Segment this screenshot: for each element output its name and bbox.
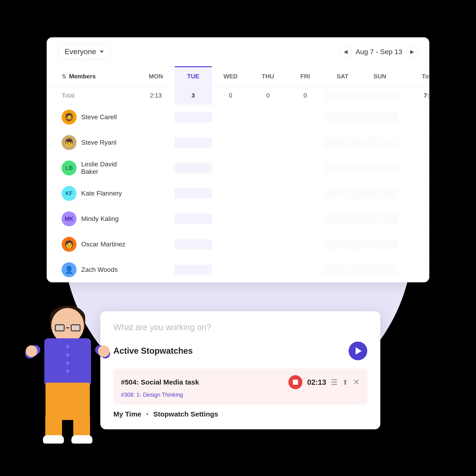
stop-button[interactable] [289,375,302,389]
table-row: 👦 Steve Ryanl 0 [47,130,429,155]
task-note-icon[interactable]: ☰ [331,378,338,387]
glass-lens-left [55,324,65,331]
sr-thu [249,137,287,148]
my-time-link[interactable]: My Time [113,410,141,418]
mk-fri [287,214,324,224]
member-cell-leslie: LB Leslie David Baker [58,155,137,181]
member-name-steve-carell: Steve Carell [81,113,117,121]
stopwatch-settings-link[interactable]: Stopwatch Settings [153,410,218,418]
table-row: 👤 Zach Woods [47,257,429,282]
avatar-oscar: 🧑 [62,237,77,252]
om-mon [137,239,174,249]
scene: Everyone ◀ Aug 7 - Sep 13 ▶ ⇅ Members [0,0,476,476]
active-stopwatches-title: Active Stopwatches [113,346,193,356]
col-header-mon: MON [137,66,174,86]
shirt-button-3 [66,362,69,364]
col-header-sun: SUN [361,66,399,86]
character-hand-left [26,345,37,357]
sort-icon[interactable]: ⇅ [62,73,66,80]
sc-total: 0 [399,108,429,126]
zw-sun [361,265,399,275]
lb-sun [361,163,399,173]
member-name-mindy: Mindy Kaling [81,215,119,222]
lb-mon [137,163,174,173]
sc-fri [287,112,324,122]
next-date-button[interactable]: ▶ [406,46,418,58]
member-name-oscar: Oscar Martinez [81,240,126,248]
col-header-total: Total [399,66,429,86]
zw-fri [287,265,324,275]
mk-total [399,214,429,224]
stopwatch-footer: My Time • Stopwatch Settings [113,410,367,418]
kf-sat [324,188,361,199]
glass-lens-right [71,324,81,331]
om-thu [249,239,287,249]
om-tue [174,239,212,249]
shirt-button-1 [66,345,69,348]
kf-tue [174,188,212,199]
col-header-sat: SAT [324,66,361,86]
task-close-button[interactable]: ✕ [353,377,360,387]
avatar-steve-ryanl: 👦 [62,135,77,150]
sc-tue [174,112,212,122]
zw-total [399,265,429,275]
member-name-zach: Zach Woods [81,266,118,273]
member-cell-mindy: MK Mindy Kaling [58,206,137,231]
everyone-label: Everyone [65,47,96,56]
top-bar: Everyone ◀ Aug 7 - Sep 13 ▶ [47,37,429,66]
member-cell-oscar: 🧑 Oscar Martinez [58,232,137,257]
active-stopwatches-header: Active Stopwatches [113,341,367,360]
total-total: 7:58 [399,87,429,104]
sc-thu [249,112,287,122]
glass-bridge [66,327,69,328]
zw-mon [137,265,174,275]
date-range-text: Aug 7 - Sep 13 [356,48,402,56]
zw-tue [174,265,212,275]
col-header-wed: WED [212,66,249,86]
member-name-steve-ryanl: Steve Ryanl [81,139,117,146]
total-fri: 0 [287,87,324,104]
everyone-selector[interactable]: Everyone [58,44,110,60]
om-sat [324,239,361,249]
kf-sun [361,188,399,199]
next-arrow-icon: ▶ [410,49,414,55]
lb-sat [324,163,361,173]
kf-thu [249,188,287,199]
mk-tue [174,214,212,224]
character-shoe-left [43,435,64,443]
date-range: ◀ Aug 7 - Sep 13 ▶ [340,46,418,58]
sr-sat [324,137,361,148]
kf-wed [212,188,249,199]
total-mon: 2:13 [137,87,174,104]
avatar-kate: KF [62,186,77,201]
total-row: Total 2:13 3 0 0 0 7:58 [47,87,429,104]
task-share-icon[interactable]: ⬆ [342,378,348,386]
task-row: #504: Social Media task 02:13 ☰ ⬆ ✕ #308… [113,369,367,405]
avatar-zach: 👤 [62,262,77,277]
sr-tue [174,137,212,148]
zw-sat [324,265,361,275]
col-header-members: ⇅ Members [58,66,137,86]
kf-fri [287,188,324,199]
mk-thu [249,214,287,224]
play-button[interactable] [349,341,367,360]
task-sub: #308: 1- Design Thinking [121,391,360,398]
kf-total: 0 [399,185,429,202]
sc-sat [324,112,361,122]
member-name-kate: Kate Flannery [81,190,122,197]
mk-wed [212,214,249,224]
prev-date-button[interactable]: ◀ [340,46,352,58]
avatar-mindy: MK [62,211,77,226]
time-table: ⇅ Members MON TUE WED THU FRI SAT SUN To… [47,66,429,282]
table-row: KF Kate Flannery 0 [47,181,429,206]
avatar-steve-carell: 🧔 [62,110,77,125]
col-header-thu: THU [249,66,287,86]
member-cell-steve-carell: 🧔 Steve Carell [58,104,137,130]
task-time: 02:13 [307,378,326,387]
col-header-tue: TUE [174,66,212,86]
character-figure [19,289,117,453]
stopwatch-placeholder[interactable]: What are you working on? [113,323,367,332]
character-pants [46,383,90,420]
stop-icon [293,380,298,385]
sc-mon [137,112,174,122]
